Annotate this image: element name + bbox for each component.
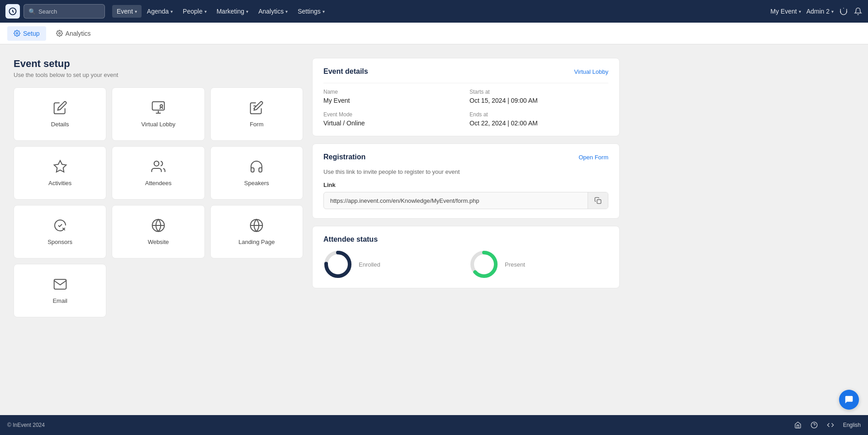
card-virtual-lobby[interactable]: Virtual Lobby	[112, 87, 204, 141]
enrolled-status: Enrolled	[323, 250, 462, 279]
nav-settings[interactable]: Settings ▾	[293, 5, 329, 18]
name-field: Name My Event	[323, 89, 462, 104]
svg-point-6	[154, 161, 159, 166]
starts-at-label: Starts at	[470, 89, 608, 95]
landing-page-icon	[249, 218, 264, 234]
svg-point-1	[16, 33, 18, 34]
enrolled-label: Enrolled	[359, 261, 380, 268]
tab-setup[interactable]: Setup	[7, 26, 46, 41]
attendee-status-grid: Enrolled Present	[323, 250, 608, 279]
activities-icon	[53, 159, 67, 175]
ends-at-value: Oct 22, 2024 | 02:00 AM	[470, 120, 608, 127]
nav-event[interactable]: Event ▾	[112, 5, 142, 18]
name-value: My Event	[323, 97, 462, 104]
enrolled-donut	[323, 250, 352, 279]
event-selector[interactable]: My Event ▾	[770, 8, 801, 15]
card-landing-page-label: Landing Page	[238, 239, 275, 245]
setup-subtitle: Use the tools below to set up your event	[14, 72, 303, 78]
svg-rect-11	[597, 200, 601, 204]
setup-title: Event setup	[14, 58, 303, 70]
tab-analytics[interactable]: Analytics	[50, 26, 97, 41]
attendees-icon	[151, 159, 166, 175]
email-icon	[53, 277, 67, 293]
name-label: Name	[323, 89, 462, 95]
card-form[interactable]: Form	[210, 87, 303, 141]
divider	[323, 83, 608, 83]
virtual-lobby-link[interactable]: Virtual Lobby	[574, 68, 608, 75]
card-landing-page[interactable]: Landing Page	[210, 205, 303, 258]
card-website[interactable]: Website	[112, 205, 204, 258]
form-icon	[249, 100, 264, 116]
chevron-down-icon: ▾	[799, 9, 801, 14]
app-logo[interactable]	[5, 4, 20, 19]
present-label: Present	[505, 261, 525, 268]
nav-right: My Event ▾ Admin 2 ▾	[770, 7, 863, 16]
chevron-down-icon: ▾	[246, 9, 248, 14]
card-email[interactable]: Email	[14, 264, 106, 317]
card-details[interactable]: Details	[14, 87, 106, 141]
card-sponsors[interactable]: Sponsors	[14, 205, 106, 258]
present-info: Present	[505, 261, 525, 268]
gear-icon-analytics	[56, 30, 63, 37]
right-panel: Event details Virtual Lobby Name My Even…	[312, 58, 620, 317]
event-mode-label: Event Mode	[323, 111, 462, 118]
card-email-label: Email	[52, 297, 67, 304]
details-icon	[53, 100, 67, 116]
gear-icon	[14, 30, 20, 37]
attendee-status-card: Attendee status Enrolled	[312, 226, 620, 288]
left-panel: Event setup Use the tools below to set u…	[14, 58, 303, 317]
starts-at-field: Starts at Oct 15, 2024 | 09:00 AM	[470, 89, 608, 104]
sponsors-icon	[53, 218, 67, 234]
card-attendees-label: Attendees	[145, 180, 172, 186]
setup-grid: Details Virtual Lobby	[14, 87, 303, 317]
nav-people[interactable]: People ▾	[178, 5, 211, 18]
card-activities[interactable]: Activities	[14, 146, 106, 200]
registration-description: Use this link to invite people to regist…	[323, 168, 608, 175]
speakers-icon	[249, 159, 264, 175]
svg-marker-5	[54, 161, 66, 172]
copy-link-button[interactable]	[588, 192, 608, 209]
card-virtual-lobby-label: Virtual Lobby	[141, 121, 175, 128]
card-attendees[interactable]: Attendees	[112, 146, 204, 200]
search-placeholder: Search	[38, 8, 57, 15]
registration-card: Registration Open Form Use this link to …	[312, 143, 620, 219]
registration-link-url: https://app.inevent.com/en/Knowledge/MyE…	[324, 193, 588, 209]
top-nav: 🔍 Search Event ▾ Agenda ▾ People ▾ Marke…	[0, 0, 868, 23]
ends-at-label: Ends at	[470, 111, 608, 118]
nav-analytics[interactable]: Analytics ▾	[254, 5, 292, 18]
search-input[interactable]: 🔍 Search	[24, 4, 105, 19]
card-details-label: Details	[51, 121, 69, 128]
card-speakers[interactable]: Speakers	[210, 146, 303, 200]
registration-link-box: https://app.inevent.com/en/Knowledge/MyE…	[323, 192, 608, 209]
enrolled-info: Enrolled	[359, 261, 380, 268]
registration-title: Registration	[323, 153, 365, 161]
link-label: Link	[323, 182, 608, 188]
search-icon: 🔍	[28, 8, 36, 15]
megaphone-icon[interactable]	[839, 7, 848, 16]
event-mode-field: Event Mode Virtual / Online	[323, 111, 462, 127]
card-activities-label: Activities	[48, 180, 71, 186]
chevron-down-icon: ▾	[831, 9, 834, 14]
svg-point-2	[58, 33, 60, 34]
website-icon	[151, 218, 166, 234]
chevron-down-icon: ▾	[171, 9, 173, 14]
chevron-down-icon: ▾	[285, 9, 288, 14]
event-details-grid: Name My Event Starts at Oct 15, 2024 | 0…	[323, 89, 608, 127]
card-website-label: Website	[148, 239, 169, 245]
virtual-lobby-icon	[151, 100, 166, 116]
card-speakers-label: Speakers	[244, 180, 269, 186]
event-details-card: Event details Virtual Lobby Name My Even…	[312, 58, 620, 136]
chevron-down-icon: ▾	[204, 9, 207, 14]
nav-marketing[interactable]: Marketing ▾	[212, 5, 253, 18]
open-form-link[interactable]: Open Form	[579, 154, 608, 161]
registration-header: Registration Open Form	[323, 153, 608, 161]
chevron-down-icon: ▾	[135, 9, 137, 14]
sub-nav: Setup Analytics	[0, 23, 868, 44]
admin-selector[interactable]: Admin 2 ▾	[806, 8, 834, 15]
main-content: Event setup Use the tools below to set u…	[0, 44, 633, 331]
copy-icon	[594, 197, 602, 204]
event-details-title: Event details	[323, 67, 368, 76]
nav-agenda[interactable]: Agenda ▾	[142, 5, 177, 18]
bell-icon[interactable]	[854, 7, 863, 16]
card-sponsors-label: Sponsors	[47, 239, 72, 245]
